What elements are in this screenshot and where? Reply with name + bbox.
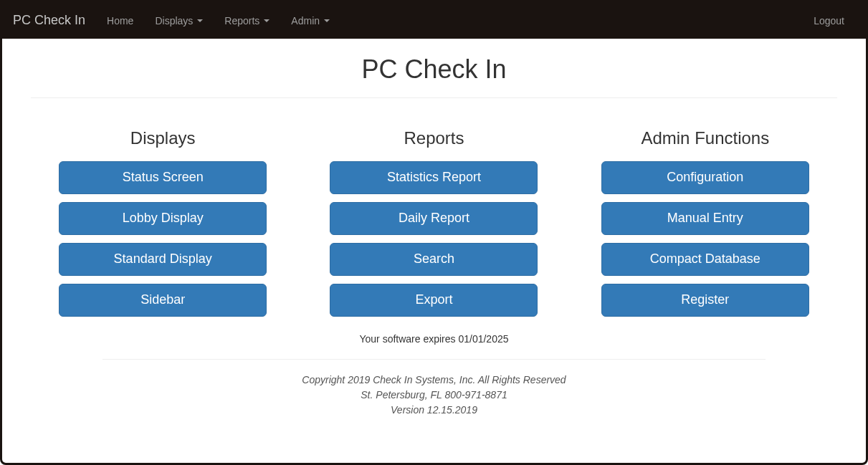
manual-entry-button[interactable]: Manual Entry <box>601 202 809 235</box>
displays-heading: Displays <box>38 128 287 148</box>
nav-displays-dropdown[interactable]: Displays <box>144 4 214 37</box>
nav-admin-dropdown[interactable]: Admin <box>280 4 340 37</box>
footer-copyright: Copyright 2019 Check In Systems, Inc. Al… <box>31 373 837 388</box>
nav-links: Home Displays Reports Admin <box>96 4 340 37</box>
search-button[interactable]: Search <box>330 243 538 276</box>
nav-displays-label: Displays <box>155 15 193 27</box>
footer-version: Version 12.15.2019 <box>31 403 837 418</box>
footer-divider <box>102 359 766 360</box>
standard-display-button[interactable]: Standard Display <box>59 243 267 276</box>
displays-column: Displays Status Screen Lobby Display Sta… <box>38 120 287 325</box>
admin-heading: Admin Functions <box>581 128 830 148</box>
footer-location: St. Petersburg, FL 800-971-8871 <box>31 388 837 403</box>
button-columns-row: Displays Status Screen Lobby Display Sta… <box>31 120 837 325</box>
nav-logout[interactable]: Logout <box>803 4 855 37</box>
nav-home[interactable]: Home <box>96 4 144 37</box>
sidebar-button[interactable]: Sidebar <box>59 284 267 317</box>
admin-column: Admin Functions Configuration Manual Ent… <box>581 120 830 325</box>
nav-reports-label: Reports <box>224 15 259 27</box>
top-navbar: PC Check In Home Displays Reports Admin <box>2 2 866 39</box>
reports-heading: Reports <box>309 128 558 148</box>
navbar-brand[interactable]: PC Check In <box>13 2 96 39</box>
navbar-right: Logout <box>803 4 855 37</box>
page-title: PC Check In <box>31 54 837 85</box>
register-button[interactable]: Register <box>601 284 809 317</box>
compact-database-button[interactable]: Compact Database <box>601 243 809 276</box>
lobby-display-button[interactable]: Lobby Display <box>59 202 267 235</box>
caret-down-icon <box>324 19 330 22</box>
caret-down-icon <box>264 19 270 22</box>
daily-report-button[interactable]: Daily Report <box>330 202 538 235</box>
reports-column: Reports Statistics Report Daily Report S… <box>309 120 558 325</box>
expires-text: Your software expires 01/01/2025 <box>31 333 837 345</box>
nav-reports-dropdown[interactable]: Reports <box>214 4 280 37</box>
main-container: PC Check In Displays Status Screen Lobby… <box>2 54 866 418</box>
navbar-left: PC Check In Home Displays Reports Admin <box>13 2 340 39</box>
nav-admin-label: Admin <box>291 15 320 27</box>
export-button[interactable]: Export <box>330 284 538 317</box>
title-divider <box>31 97 837 98</box>
status-screen-button[interactable]: Status Screen <box>59 161 267 194</box>
footer: Copyright 2019 Check In Systems, Inc. Al… <box>31 373 837 418</box>
caret-down-icon <box>197 19 203 22</box>
statistics-report-button[interactable]: Statistics Report <box>330 161 538 194</box>
configuration-button[interactable]: Configuration <box>601 161 809 194</box>
